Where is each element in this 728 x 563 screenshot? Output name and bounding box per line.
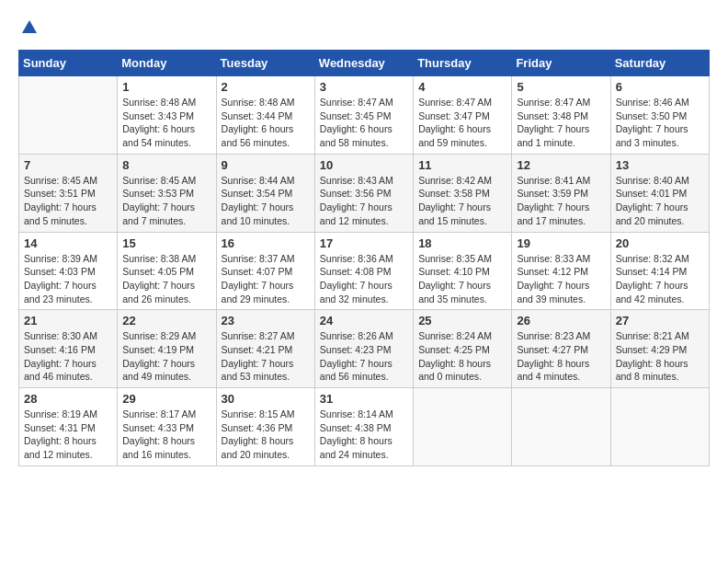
day-number: 13 xyxy=(616,158,704,172)
day-info: Sunrise: 8:45 AM Sunset: 3:51 PM Dayligh… xyxy=(24,174,112,228)
sunrise-text: Sunrise: 8:41 AM xyxy=(517,174,605,188)
sunset-text: Sunset: 4:36 PM xyxy=(222,421,310,435)
day-info: Sunrise: 8:19 AM Sunset: 4:31 PM Dayligh… xyxy=(24,408,112,462)
daylight-text: Daylight: 7 hours and 3 minutes. xyxy=(616,122,704,149)
calendar-cell: 11 Sunrise: 8:42 AM Sunset: 3:58 PM Dayl… xyxy=(414,154,512,232)
day-number: 21 xyxy=(24,314,112,327)
sunset-text: Sunset: 3:58 PM xyxy=(418,187,506,201)
daylight-text: Daylight: 7 hours and 7 minutes. xyxy=(122,201,210,227)
day-number: 11 xyxy=(418,158,506,172)
sunset-text: Sunset: 4:29 PM xyxy=(616,343,704,357)
calendar-week-row: 14 Sunrise: 8:39 AM Sunset: 4:03 PM Dayl… xyxy=(19,232,710,310)
daylight-text: Daylight: 7 hours and 56 minutes. xyxy=(320,357,408,384)
sunset-text: Sunset: 4:07 PM xyxy=(222,265,310,279)
day-number: 19 xyxy=(517,236,605,250)
calendar-cell: 20 Sunrise: 8:32 AM Sunset: 4:14 PM Dayl… xyxy=(610,232,709,310)
sunrise-text: Sunrise: 8:17 AM xyxy=(122,408,210,421)
day-info: Sunrise: 8:39 AM Sunset: 4:03 PM Dayligh… xyxy=(24,252,112,306)
sunrise-text: Sunrise: 8:27 AM xyxy=(222,329,310,343)
daylight-text: Daylight: 7 hours and 20 minutes. xyxy=(616,201,704,227)
day-info: Sunrise: 8:27 AM Sunset: 4:21 PM Dayligh… xyxy=(222,329,310,384)
sunrise-text: Sunrise: 8:15 AM xyxy=(222,408,310,421)
calendar-cell: 9 Sunrise: 8:44 AM Sunset: 3:54 PM Dayli… xyxy=(216,154,314,232)
weekday-header: Friday xyxy=(512,51,610,76)
day-number: 9 xyxy=(222,158,310,172)
day-info: Sunrise: 8:38 AM Sunset: 4:05 PM Dayligh… xyxy=(122,252,210,306)
sunset-text: Sunset: 4:21 PM xyxy=(222,343,310,357)
calendar-cell: 24 Sunrise: 8:26 AM Sunset: 4:23 PM Dayl… xyxy=(314,310,413,388)
daylight-text: Daylight: 7 hours and 42 minutes. xyxy=(616,279,704,305)
calendar-cell: 29 Sunrise: 8:17 AM Sunset: 4:33 PM Dayl… xyxy=(118,388,216,466)
daylight-text: Daylight: 7 hours and 23 minutes. xyxy=(24,279,112,305)
calendar-table: SundayMondayTuesdayWednesdayThursdayFrid… xyxy=(18,50,710,466)
sunset-text: Sunset: 3:54 PM xyxy=(222,187,310,201)
day-number: 16 xyxy=(222,236,310,250)
daylight-text: Daylight: 7 hours and 35 minutes. xyxy=(418,279,506,305)
day-number: 17 xyxy=(320,236,408,250)
calendar-cell: 3 Sunrise: 8:47 AM Sunset: 3:45 PM Dayli… xyxy=(314,76,413,155)
weekday-header: Sunday xyxy=(19,51,118,76)
calendar-cell: 5 Sunrise: 8:47 AM Sunset: 3:48 PM Dayli… xyxy=(512,76,610,155)
sunset-text: Sunset: 3:56 PM xyxy=(320,187,408,201)
day-number: 28 xyxy=(24,392,112,406)
page-header xyxy=(18,18,710,35)
calendar-cell: 22 Sunrise: 8:29 AM Sunset: 4:19 PM Dayl… xyxy=(118,310,216,388)
sunset-text: Sunset: 4:16 PM xyxy=(24,343,112,357)
sunset-text: Sunset: 3:45 PM xyxy=(320,109,408,123)
daylight-text: Daylight: 7 hours and 26 minutes. xyxy=(122,279,210,305)
sunrise-text: Sunrise: 8:46 AM xyxy=(616,96,704,109)
sunrise-text: Sunrise: 8:33 AM xyxy=(517,252,605,266)
sunset-text: Sunset: 3:51 PM xyxy=(24,187,112,201)
sunrise-text: Sunrise: 8:42 AM xyxy=(418,174,506,188)
day-number: 26 xyxy=(517,314,605,327)
sunrise-text: Sunrise: 8:45 AM xyxy=(24,174,112,188)
calendar-cell: 6 Sunrise: 8:46 AM Sunset: 3:50 PM Dayli… xyxy=(610,76,709,155)
sunrise-text: Sunrise: 8:36 AM xyxy=(320,252,408,266)
daylight-text: Daylight: 7 hours and 49 minutes. xyxy=(122,357,210,384)
day-number: 31 xyxy=(320,392,408,406)
calendar-cell: 26 Sunrise: 8:23 AM Sunset: 4:27 PM Dayl… xyxy=(512,310,610,388)
sunset-text: Sunset: 4:08 PM xyxy=(320,265,408,279)
sunrise-text: Sunrise: 8:24 AM xyxy=(418,329,506,343)
calendar-week-row: 1 Sunrise: 8:48 AM Sunset: 3:43 PM Dayli… xyxy=(19,76,710,155)
weekday-header: Monday xyxy=(118,51,216,76)
day-info: Sunrise: 8:36 AM Sunset: 4:08 PM Dayligh… xyxy=(320,252,408,306)
day-info: Sunrise: 8:46 AM Sunset: 3:50 PM Dayligh… xyxy=(616,96,704,150)
day-number: 18 xyxy=(418,236,506,250)
sunrise-text: Sunrise: 8:30 AM xyxy=(24,329,112,343)
sunset-text: Sunset: 4:03 PM xyxy=(24,265,112,279)
day-info: Sunrise: 8:23 AM Sunset: 4:27 PM Dayligh… xyxy=(517,329,605,384)
sunrise-text: Sunrise: 8:48 AM xyxy=(122,96,210,109)
sunset-text: Sunset: 3:53 PM xyxy=(122,187,210,201)
weekday-header: Tuesday xyxy=(216,51,314,76)
daylight-text: Daylight: 6 hours and 56 minutes. xyxy=(222,122,310,149)
day-info: Sunrise: 8:41 AM Sunset: 3:59 PM Dayligh… xyxy=(517,174,605,228)
sunset-text: Sunset: 3:44 PM xyxy=(222,109,310,123)
calendar-week-row: 28 Sunrise: 8:19 AM Sunset: 4:31 PM Dayl… xyxy=(19,388,710,466)
day-info: Sunrise: 8:47 AM Sunset: 3:47 PM Dayligh… xyxy=(418,96,506,150)
day-info: Sunrise: 8:45 AM Sunset: 3:53 PM Dayligh… xyxy=(122,174,210,228)
day-info: Sunrise: 8:21 AM Sunset: 4:29 PM Dayligh… xyxy=(616,329,704,384)
day-info: Sunrise: 8:43 AM Sunset: 3:56 PM Dayligh… xyxy=(320,174,408,228)
day-info: Sunrise: 8:48 AM Sunset: 3:43 PM Dayligh… xyxy=(122,96,210,150)
calendar-cell: 13 Sunrise: 8:40 AM Sunset: 4:01 PM Dayl… xyxy=(610,154,709,232)
day-info: Sunrise: 8:26 AM Sunset: 4:23 PM Dayligh… xyxy=(320,329,408,384)
logo xyxy=(18,18,37,35)
daylight-text: Daylight: 8 hours and 16 minutes. xyxy=(122,434,210,461)
calendar-cell: 18 Sunrise: 8:35 AM Sunset: 4:10 PM Dayl… xyxy=(414,232,512,310)
calendar-cell: 10 Sunrise: 8:43 AM Sunset: 3:56 PM Dayl… xyxy=(314,154,413,232)
sunset-text: Sunset: 3:59 PM xyxy=(517,187,605,201)
calendar-cell xyxy=(512,388,610,466)
sunset-text: Sunset: 3:48 PM xyxy=(517,109,605,123)
day-info: Sunrise: 8:47 AM Sunset: 3:45 PM Dayligh… xyxy=(320,96,408,150)
weekday-header-row: SundayMondayTuesdayWednesdayThursdayFrid… xyxy=(19,51,710,76)
sunrise-text: Sunrise: 8:19 AM xyxy=(24,408,112,421)
sunrise-text: Sunrise: 8:21 AM xyxy=(616,329,704,343)
day-info: Sunrise: 8:32 AM Sunset: 4:14 PM Dayligh… xyxy=(616,252,704,306)
day-number: 30 xyxy=(222,392,310,406)
day-number: 23 xyxy=(222,314,310,327)
sunset-text: Sunset: 4:05 PM xyxy=(122,265,210,279)
day-number: 29 xyxy=(122,392,210,406)
calendar-cell xyxy=(414,388,512,466)
daylight-text: Daylight: 7 hours and 1 minute. xyxy=(517,122,605,149)
